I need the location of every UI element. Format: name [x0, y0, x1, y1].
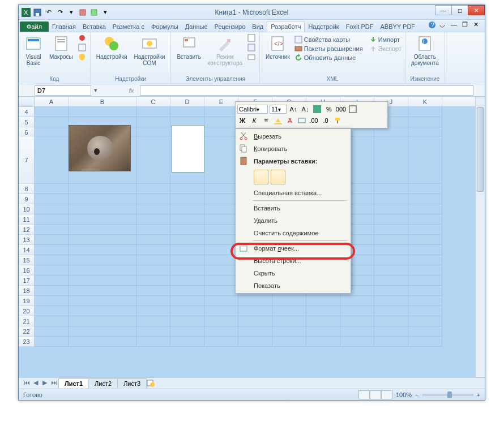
ctx-delete[interactable]: Удалить: [237, 214, 349, 227]
qat-extra2-icon[interactable]: [89, 7, 99, 18]
cell[interactable]: [374, 184, 408, 194]
view-code-icon[interactable]: [247, 43, 256, 52]
row-header[interactable]: 6: [19, 127, 35, 136]
cell[interactable]: [204, 184, 238, 194]
cell[interactable]: [136, 235, 170, 245]
design-mode-button[interactable]: Режим конструктора: [206, 33, 245, 67]
relative-ref-icon[interactable]: [78, 43, 87, 52]
vertical-scrollbar[interactable]: [475, 97, 485, 377]
cell[interactable]: [35, 117, 69, 127]
sheet-tab-2[interactable]: Лист2: [88, 378, 118, 388]
sheet-tab-1[interactable]: Лист1: [58, 378, 89, 388]
cell[interactable]: [408, 286, 442, 296]
undo-icon[interactable]: ↶: [44, 7, 54, 18]
cell[interactable]: [204, 194, 238, 204]
cell[interactable]: [204, 326, 238, 337]
row-header[interactable]: 13: [19, 235, 35, 245]
cell[interactable]: [35, 326, 69, 337]
cell[interactable]: [69, 225, 136, 235]
merge-icon[interactable]: [297, 115, 307, 126]
cell[interactable]: [340, 337, 374, 347]
decrease-decimal-icon[interactable]: .00: [309, 115, 319, 126]
refresh-data-link[interactable]: Обновить данные: [294, 54, 363, 62]
cell[interactable]: [170, 194, 204, 204]
insert-control-button[interactable]: Вставить: [174, 33, 203, 61]
cell[interactable]: [272, 296, 306, 306]
zoom-in-icon[interactable]: +: [477, 391, 480, 398]
cell[interactable]: [136, 316, 170, 326]
view-normal-button[interactable]: [358, 390, 370, 399]
cell[interactable]: [170, 275, 204, 286]
cell[interactable]: [69, 306, 136, 316]
expansion-packs-link[interactable]: Пакеты расширения: [294, 45, 363, 53]
view-layout-button[interactable]: [370, 390, 381, 399]
ribbon-collapse-icon[interactable]: ◡: [439, 21, 447, 29]
cell[interactable]: [408, 245, 442, 255]
cell[interactable]: [204, 245, 238, 255]
cell[interactable]: [272, 306, 306, 316]
tab-view[interactable]: Вид: [249, 21, 267, 32]
cell[interactable]: [204, 225, 238, 235]
increase-decimal-icon[interactable]: .0: [321, 115, 331, 126]
cell[interactable]: [408, 225, 442, 235]
qat-extra1-icon[interactable]: [78, 7, 88, 18]
accounting-format-icon[interactable]: [312, 104, 322, 114]
cell[interactable]: [35, 275, 69, 286]
cell[interactable]: [272, 337, 306, 347]
paste-option-1[interactable]: [254, 170, 268, 184]
cell[interactable]: [170, 204, 204, 214]
cell[interactable]: [408, 326, 442, 337]
minimize-button[interactable]: —: [435, 5, 452, 15]
cell[interactable]: [204, 286, 238, 296]
maximize-button[interactable]: ◻: [451, 5, 468, 15]
cell[interactable]: [170, 255, 204, 265]
cell[interactable]: [136, 136, 170, 184]
redo-icon[interactable]: ↷: [55, 7, 65, 18]
cell[interactable]: [170, 235, 204, 245]
cell[interactable]: [170, 265, 204, 275]
cell[interactable]: [35, 235, 69, 245]
cell[interactable]: [408, 127, 442, 136]
row-header[interactable]: 16: [19, 265, 35, 275]
cell[interactable]: [35, 286, 69, 296]
cell[interactable]: [136, 245, 170, 255]
cell[interactable]: [204, 214, 238, 225]
zoom-out-icon[interactable]: −: [415, 391, 418, 398]
cell[interactable]: [136, 127, 170, 136]
row-header[interactable]: 8: [19, 184, 35, 194]
view-pagebreak-button[interactable]: [381, 390, 392, 399]
doc-restore-icon[interactable]: ❐: [462, 21, 470, 29]
source-button[interactable]: </>Источник: [263, 33, 292, 61]
cell[interactable]: [374, 296, 408, 306]
zoom-thumb[interactable]: [447, 391, 452, 398]
col-header[interactable]: E: [204, 97, 238, 106]
cell[interactable]: [374, 204, 408, 214]
cell[interactable]: [136, 107, 170, 117]
cell[interactable]: [204, 296, 238, 306]
cell[interactable]: [408, 136, 442, 184]
import-link[interactable]: Импорт: [369, 36, 402, 44]
cell[interactable]: [136, 326, 170, 337]
cell[interactable]: [136, 275, 170, 286]
row-header[interactable]: 19: [19, 296, 35, 306]
percent-icon[interactable]: %: [324, 104, 334, 114]
cell[interactable]: [170, 306, 204, 316]
cell[interactable]: [374, 235, 408, 245]
cell[interactable]: [136, 117, 170, 127]
cell[interactable]: [408, 337, 442, 347]
cell[interactable]: [69, 316, 136, 326]
ctx-clear[interactable]: Очистить содержимое: [237, 227, 349, 239]
sheet-nav-last-icon[interactable]: ⏭: [49, 379, 58, 388]
format-painter-icon[interactable]: [332, 115, 343, 126]
cell[interactable]: [170, 286, 204, 296]
fill-color-icon[interactable]: [273, 115, 283, 126]
row-header[interactable]: 12: [19, 225, 35, 235]
cell[interactable]: [69, 204, 136, 214]
cell[interactable]: [408, 265, 442, 275]
cell[interactable]: [136, 255, 170, 265]
cell[interactable]: [408, 107, 442, 117]
borders-icon[interactable]: [348, 104, 358, 114]
row-header[interactable]: 15: [19, 255, 35, 265]
comma-icon[interactable]: 000: [336, 104, 346, 114]
row-header[interactable]: 18: [19, 286, 35, 296]
